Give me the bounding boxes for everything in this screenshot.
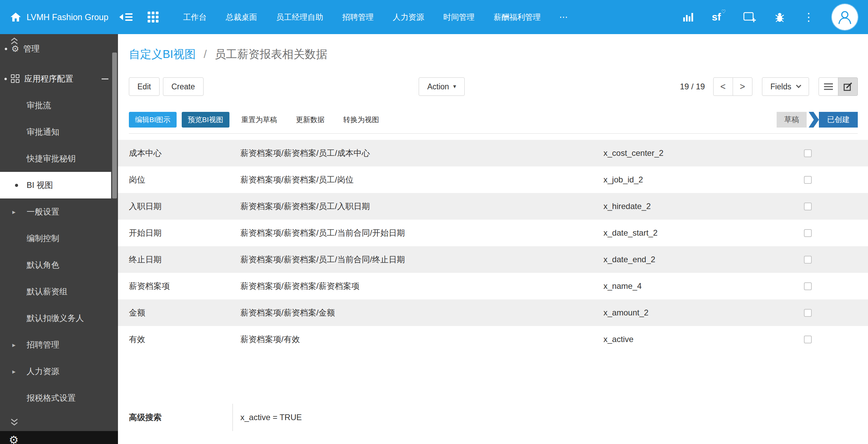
window-plus-icon[interactable] (743, 12, 756, 23)
row-checkbox[interactable] (804, 282, 812, 290)
caret-down-icon: ▾ (453, 78, 456, 95)
collapse-toggle-icon[interactable] (102, 78, 108, 79)
sidebar-section-app-config[interactable]: 应用程序配置 (0, 65, 118, 92)
status-stage-created[interactable]: 已创建 (819, 112, 858, 128)
checkbox-cell (804, 336, 868, 343)
checkbox-cell (804, 309, 868, 317)
row-checkbox[interactable] (804, 203, 812, 210)
list-view-button[interactable] (819, 77, 838, 96)
row-checkbox[interactable] (804, 256, 812, 264)
sidebar-item-8[interactable]: 默认薪资组 (0, 278, 111, 305)
field-path: 薪资档案项/薪资档案/员工/当前合同/开始日期 (240, 227, 603, 238)
edit-button[interactable]: Edit (129, 77, 160, 96)
sidebar-item-7[interactable]: 默认角色 (0, 252, 111, 278)
field-label: 终止日期 (129, 254, 240, 265)
sidebar-item-label: 编制控制 (27, 233, 59, 244)
field-name: x_active (603, 335, 804, 344)
nav-more-button[interactable]: ⋯ (559, 12, 569, 23)
field-label: 入职日期 (129, 201, 240, 212)
grid-icon (11, 74, 20, 84)
status-stage-draft[interactable]: 草稿 (777, 112, 807, 128)
sidebar-item-2[interactable]: 审批通知 (0, 119, 111, 145)
form-button-3[interactable]: 重置为草稿 (235, 112, 284, 128)
heart-icon: ♡ (721, 9, 726, 14)
settings-gear-icon[interactable]: ⚙ (9, 434, 19, 444)
checkbox-cell (804, 256, 868, 264)
sidebar-item-11[interactable]: ▸人力资源 (0, 358, 111, 385)
apps-grid-icon[interactable] (148, 12, 159, 23)
expand-arrow-icon: ▸ (12, 341, 16, 349)
page-title: 员工薪资报表相关数据 (215, 48, 327, 60)
top-navbar: LVMH Fashion Group 工作台总裁桌面员工经理自助招聘管理人力资源… (0, 0, 868, 34)
row-checkbox[interactable] (804, 336, 812, 343)
form-button-5[interactable]: 转换为视图 (336, 112, 386, 128)
create-button[interactable]: Create (163, 77, 204, 96)
sidebar-item-9[interactable]: 默认扣缴义务人 (0, 305, 111, 331)
sidebar-item-4[interactable]: BI 视图 (0, 172, 111, 198)
sidebar-scrollbar[interactable] (112, 53, 117, 198)
nav-menu-item-2[interactable]: 总裁桌面 (226, 12, 257, 23)
sidebar-item-5[interactable]: ▸一般设置 (0, 198, 111, 225)
advanced-search-label: 高级搜索 (129, 412, 233, 423)
view-switcher (819, 77, 858, 96)
sidebar-item-10[interactable]: ▸招聘管理 (0, 331, 111, 358)
table-row: 终止日期薪资档案项/薪资档案/员工/当前合同/终止日期x_date_end_2 (118, 246, 868, 273)
field-path: 薪资档案项/薪资档案/员工/成本中心 (240, 148, 603, 159)
nav-menu-item-4[interactable]: 招聘管理 (342, 12, 374, 23)
sidebar-item-1[interactable]: 审批流 (0, 92, 111, 119)
pager-previous-button[interactable]: < (713, 77, 733, 96)
pager-next-button[interactable]: > (733, 77, 752, 96)
form-button-1[interactable]: 编辑BI图示 (129, 112, 177, 128)
field-path: 薪资档案项/薪资档案/员工/入职日期 (240, 201, 603, 212)
gear-icon: ⚙ (11, 44, 19, 53)
fields-dropdown-button[interactable]: Fields (762, 77, 809, 96)
nav-menu-item-3[interactable]: 员工经理自助 (276, 12, 323, 23)
user-avatar[interactable] (832, 4, 858, 30)
row-checkbox[interactable] (804, 309, 812, 317)
field-path: 薪资档案项/薪资档案/员工/当前合同/终止日期 (240, 254, 603, 265)
checkbox-cell (804, 229, 868, 237)
fields-label: Fields (770, 78, 791, 95)
checkbox-cell (804, 282, 868, 290)
action-dropdown-button[interactable]: Action ▾ (419, 77, 464, 96)
row-checkbox[interactable] (804, 149, 812, 157)
form-edit-icon (843, 82, 852, 91)
form-button-2[interactable]: 预览BI视图 (182, 112, 229, 128)
sidebar-item-3[interactable]: 快捷审批秘钥 (0, 145, 111, 172)
row-checkbox[interactable] (804, 229, 812, 237)
field-label: 岗位 (129, 174, 240, 185)
main-menu: 工作台总裁桌面员工经理自助招聘管理人力资源时间管理薪酬福利管理 (183, 12, 541, 23)
form-action-buttons: 编辑BI图示预览BI视图重置为草稿更新数据转换为视图 (129, 112, 386, 128)
sidebar-item-label: 审批通知 (27, 127, 59, 137)
advanced-search-value: x_active = TRUE (240, 413, 302, 422)
form-view-button[interactable] (838, 77, 858, 96)
nav-menu-item-7[interactable]: 薪酬福利管理 (494, 12, 541, 23)
navbar-right-group: sf♡ ⋮ (683, 4, 868, 30)
row-checkbox[interactable] (804, 176, 812, 184)
scroll-down-icon[interactable] (10, 417, 19, 426)
field-name: x_amount_2 (603, 308, 804, 317)
kebab-menu-icon[interactable]: ⋮ (803, 12, 814, 23)
form-button-4[interactable]: 更新数据 (289, 112, 331, 128)
sidebar-item-clipped[interactable]: ⚙ 管理 (0, 44, 110, 58)
nav-menu-item-5[interactable]: 人力资源 (393, 12, 424, 23)
status-bar: 草稿 已创建 (777, 112, 858, 128)
collapse-menu-icon[interactable] (119, 13, 133, 21)
sidebar-item-label: 人力资源 (27, 366, 59, 377)
sidebar-item-12[interactable]: 报税格式设置 (0, 385, 111, 411)
pager: < > (713, 77, 752, 96)
sidebar-item-6[interactable]: 编制控制 (0, 225, 111, 252)
sidebar-item-label: 审批流 (27, 100, 51, 111)
nav-menu-item-1[interactable]: 工作台 (183, 12, 207, 23)
brand[interactable]: LVMH Fashion Group (0, 12, 112, 22)
nav-menu-item-6[interactable]: 时间管理 (443, 12, 475, 23)
table-row: 成本中心薪资档案项/薪资档案/员工/成本中心x_cost_center_2 (118, 140, 868, 166)
breadcrumb-parent-link[interactable]: 自定义BI视图 (129, 48, 196, 60)
debug-bug-icon[interactable] (774, 12, 785, 23)
sidebar-item-label: 快捷审批秘钥 (27, 153, 76, 164)
sf-logo[interactable]: sf♡ (712, 11, 725, 23)
bar-chart-icon[interactable] (683, 12, 694, 22)
table-row: 金额薪资档案项/薪资档案/金额x_amount_2 (118, 299, 868, 326)
home-icon (10, 12, 21, 22)
table-row: 入职日期薪资档案项/薪资档案/员工/入职日期x_hiredate_2 (118, 193, 868, 220)
